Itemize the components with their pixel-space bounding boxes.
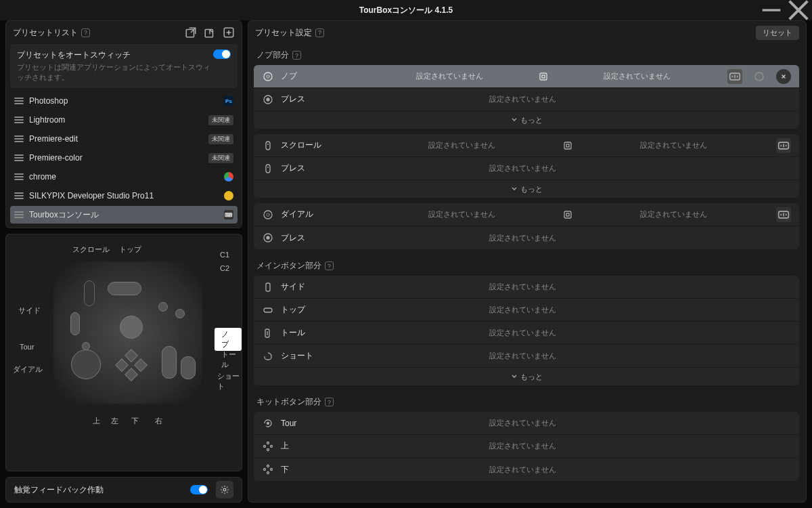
slot-single[interactable]: 設定されていません xyxy=(369,441,676,451)
drag-handle-icon[interactable] xyxy=(14,192,24,199)
svg-rect-34 xyxy=(566,213,569,216)
slot-sep-icon xyxy=(562,209,574,221)
mapping-row[interactable]: ショート設定されていません xyxy=(254,345,799,368)
preset-item[interactable]: Lightroom未関連 xyxy=(10,111,238,129)
preset-name: chrome xyxy=(29,172,219,182)
slot-single[interactable]: 設定されていません xyxy=(369,351,676,361)
slot-left[interactable]: 設定されていません xyxy=(369,71,531,81)
haptic-label: 触覚フィードバック作動 xyxy=(14,484,104,496)
drag-handle-icon[interactable] xyxy=(14,98,24,104)
autoswitch-toggle[interactable] xyxy=(213,49,231,59)
row-label: サイド xyxy=(281,281,362,293)
preset-name: Premiere-color xyxy=(29,153,203,163)
slot-single[interactable]: 設定されていません xyxy=(369,94,676,104)
slot-single[interactable]: 設定されていません xyxy=(369,465,676,475)
hud-icon[interactable] xyxy=(776,207,791,222)
svg-rect-41 xyxy=(266,283,270,291)
row-label: ショート xyxy=(281,350,362,362)
mapping-row[interactable]: プレス設定されていません xyxy=(254,226,799,249)
mapping-row[interactable]: トール設定されていません xyxy=(254,322,799,345)
reset-button[interactable]: リセット xyxy=(756,26,799,40)
slot-right[interactable]: 設定されていません xyxy=(581,209,767,219)
slot-single[interactable]: 設定されていません xyxy=(369,163,676,173)
slot-right[interactable]: 設定されていません xyxy=(581,140,767,150)
device-dial xyxy=(71,350,101,379)
help-icon[interactable]: ? xyxy=(292,51,301,60)
svg-point-52 xyxy=(264,469,266,471)
device-tour xyxy=(82,342,90,350)
slot-single[interactable]: 設定されていません xyxy=(369,418,676,428)
add-preset-icon[interactable] xyxy=(223,26,235,39)
hud-icon[interactable] xyxy=(727,69,742,84)
svg-rect-29 xyxy=(266,165,270,173)
device-c1 xyxy=(158,302,168,312)
slot-single[interactable]: 設定されていません xyxy=(369,233,676,243)
clear-icon[interactable] xyxy=(776,69,791,84)
preset-item[interactable]: chrome xyxy=(10,168,238,186)
slot-right[interactable]: 設定されていません xyxy=(556,71,718,81)
settings-gear-icon[interactable] xyxy=(216,481,233,499)
unlinked-badge: 未関連 xyxy=(208,115,233,125)
slot-single[interactable]: 設定されていません xyxy=(369,282,676,292)
slot-left[interactable]: 設定されていません xyxy=(369,140,555,150)
preset-item[interactable]: Premiere-color未関連 xyxy=(10,149,238,167)
close-button[interactable] xyxy=(785,0,812,20)
mapping-row[interactable]: 上設定されていません xyxy=(254,435,799,458)
slot-single[interactable]: 設定されていません xyxy=(369,328,676,338)
help-icon[interactable]: ? xyxy=(315,28,324,37)
slot-left[interactable]: 設定されていません xyxy=(369,209,555,219)
drag-handle-icon[interactable] xyxy=(14,117,24,123)
preset-item[interactable]: PhotoshopPs xyxy=(10,92,238,110)
mapping-row[interactable]: スクロール設定されていません設定されていません xyxy=(254,134,799,157)
device-short xyxy=(181,356,196,379)
svg-point-20 xyxy=(267,98,269,101)
help-icon[interactable]: ? xyxy=(325,261,334,270)
mapping-row[interactable]: プレス設定されていません xyxy=(254,88,799,111)
preset-item[interactable]: SILKYPIX Developer Studio Pro11 xyxy=(10,187,238,205)
mapping-row[interactable]: Tour設定されていません xyxy=(254,412,799,435)
import-icon[interactable] xyxy=(204,26,216,39)
expand-more[interactable]: もっと xyxy=(254,111,799,129)
drag-handle-icon[interactable] xyxy=(14,135,24,142)
expand-more[interactable]: もっと xyxy=(254,180,799,198)
svg-rect-21 xyxy=(266,142,270,150)
knob-icon xyxy=(262,70,274,83)
label-down: 下 xyxy=(131,416,139,426)
mapping-row[interactable]: プレス設定されていません xyxy=(254,157,799,180)
option-toggle[interactable] xyxy=(752,69,767,84)
label-c1: C1 xyxy=(220,251,229,259)
svg-point-40 xyxy=(267,236,269,239)
haptic-toggle[interactable] xyxy=(190,485,208,494)
mapping-row[interactable]: ダイアル設定されていません設定されていません xyxy=(254,203,799,226)
mapping-row[interactable]: ノブ設定されていません設定されていません xyxy=(254,65,799,88)
unlinked-badge: 未関連 xyxy=(208,134,233,144)
help-icon[interactable]: ? xyxy=(325,398,334,406)
device-c2 xyxy=(175,309,185,318)
preset-name: Photoshop xyxy=(29,96,219,106)
svg-rect-12 xyxy=(542,75,545,78)
mapping-row[interactable]: サイド設定されていません xyxy=(254,276,799,299)
hud-icon[interactable] xyxy=(776,138,791,153)
minimize-button[interactable] xyxy=(758,0,785,20)
row-label: ノブ xyxy=(281,70,362,82)
preset-item[interactable]: Tourboxコンソール⌨ xyxy=(10,206,238,224)
preset-item[interactable]: Premiere-edit未関連 xyxy=(10,130,238,148)
label-left: 左 xyxy=(111,416,118,426)
expand-more[interactable]: もっと xyxy=(254,368,799,385)
label-side: サイド xyxy=(18,305,41,316)
mapping-row[interactable]: 下設定されていません xyxy=(254,458,799,481)
preset-list-header: プリセットリスト xyxy=(13,27,78,39)
drag-handle-icon[interactable] xyxy=(14,211,24,218)
svg-rect-11 xyxy=(540,73,547,80)
drag-handle-icon[interactable] xyxy=(14,154,24,161)
export-icon[interactable] xyxy=(185,26,197,39)
mapping-row[interactable]: トップ設定されていません xyxy=(254,299,799,322)
svg-rect-33 xyxy=(564,211,571,218)
help-icon[interactable]: ? xyxy=(81,28,90,37)
row-label: スクロール xyxy=(281,140,362,151)
drag-handle-icon[interactable] xyxy=(14,173,24,180)
row-label: プレス xyxy=(281,232,362,244)
slot-single[interactable]: 設定されていません xyxy=(369,305,676,315)
device-top-button xyxy=(108,282,141,295)
section-title: キットボタン部分? xyxy=(248,391,805,412)
